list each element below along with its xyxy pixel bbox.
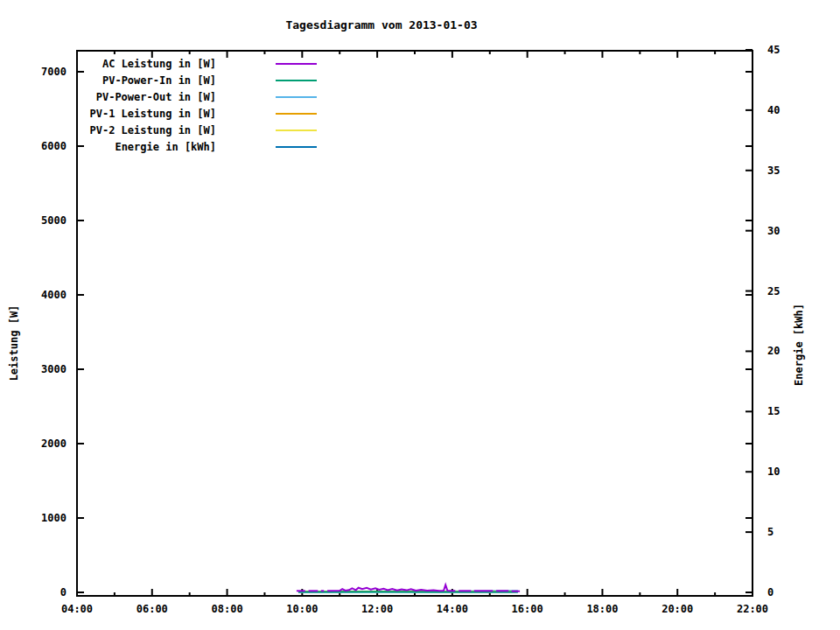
legend-row-3: PV-1 Leistung in [W] bbox=[77, 105, 317, 122]
y2-tick-label: 0 bbox=[767, 586, 774, 598]
y2-tick-label: 5 bbox=[767, 526, 774, 538]
y1-tick-label: 4000 bbox=[41, 289, 66, 301]
y2-tick-label: 15 bbox=[767, 405, 780, 417]
y2-tick-label: 35 bbox=[767, 164, 780, 177]
legend-label: PV-Power-Out in [W] bbox=[77, 91, 216, 103]
x-tick-label: 06:00 bbox=[136, 603, 168, 615]
x-tick-label: 18:00 bbox=[586, 603, 618, 615]
legend-line-swatch bbox=[276, 146, 317, 148]
chart-canvas: Tagesdiagramm vom 2013-01-03 Leistung [W… bbox=[0, 0, 840, 630]
y2-tick-label: 40 bbox=[767, 104, 780, 116]
legend-row-4: PV-2 Leistung in [W] bbox=[77, 122, 317, 138]
x-tick-label: 14:00 bbox=[437, 603, 468, 615]
y2-tick-label: 30 bbox=[767, 225, 780, 237]
y1-tick-label: 6000 bbox=[41, 140, 66, 152]
x-tick-label: 22:00 bbox=[737, 603, 768, 615]
y2-tick-label: 25 bbox=[767, 285, 780, 298]
legend-label: PV-2 Leistung in [W] bbox=[77, 124, 216, 136]
legend-row-0: AC Leistung in [W] bbox=[77, 55, 317, 72]
y1-tick-label: 2000 bbox=[41, 438, 66, 450]
x-tick-label: 04:00 bbox=[61, 603, 93, 615]
x-tick-label: 12:00 bbox=[361, 603, 393, 615]
legend-label: PV-Power-In in [W] bbox=[77, 74, 216, 87]
legend-line-swatch bbox=[276, 130, 317, 131]
legend-line-swatch bbox=[276, 80, 317, 81]
series-line-0 bbox=[327, 585, 455, 592]
legend-line-swatch bbox=[276, 96, 317, 98]
legend: AC Leistung in [W]PV-Power-In in [W]PV-P… bbox=[77, 55, 317, 155]
legend-label: AC Leistung in [W] bbox=[77, 58, 216, 70]
y1-tick-label: 3000 bbox=[41, 363, 66, 375]
legend-line-swatch bbox=[276, 63, 317, 65]
x-tick-label: 16:00 bbox=[512, 603, 543, 615]
y2-tick-label: 10 bbox=[767, 466, 780, 478]
legend-row-2: PV-Power-Out in [W] bbox=[77, 88, 317, 105]
y2-tick-label: 45 bbox=[767, 44, 780, 56]
y1-tick-label: 7000 bbox=[41, 66, 66, 78]
y1-tick-label: 0 bbox=[60, 586, 66, 598]
legend-row-5: Energie in [kWh] bbox=[77, 138, 317, 155]
x-tick-label: 20:00 bbox=[662, 603, 693, 615]
legend-line-swatch bbox=[276, 113, 317, 115]
legend-label: PV-1 Leistung in [W] bbox=[77, 108, 216, 120]
x-tick-label: 08:00 bbox=[211, 603, 242, 615]
x-tick-label: 10:00 bbox=[286, 603, 318, 615]
legend-row-1: PV-Power-In in [W] bbox=[77, 72, 317, 88]
y1-tick-label: 1000 bbox=[41, 512, 66, 524]
y1-tick-label: 5000 bbox=[41, 214, 66, 227]
y2-tick-label: 20 bbox=[767, 345, 780, 357]
legend-label: Energie in [kWh] bbox=[77, 141, 216, 153]
